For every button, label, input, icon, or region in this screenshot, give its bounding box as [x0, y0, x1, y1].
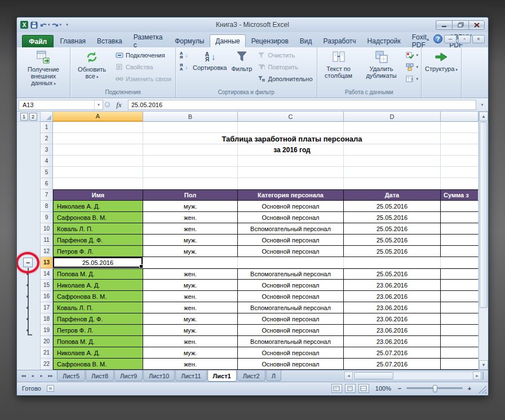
- name-box[interactable]: A13 ▾: [19, 100, 103, 110]
- sum-cell[interactable]: [441, 223, 479, 235]
- cell[interactable]: [143, 156, 238, 167]
- outline-level-button-1[interactable]: 1: [20, 113, 28, 121]
- next-sheet-icon[interactable]: ▸: [37, 372, 46, 380]
- column-header-C[interactable]: C: [238, 112, 344, 122]
- ribbon-tab-7[interactable]: Разработч: [318, 34, 362, 47]
- ribbon-tab-1[interactable]: Вставка: [91, 34, 128, 47]
- horizontal-scroll-thumb[interactable]: [354, 372, 393, 379]
- name-cell[interactable]: Сафронова В. М.: [53, 291, 143, 302]
- row-header-18[interactable]: 18: [41, 313, 53, 325]
- column-header-D[interactable]: D: [344, 112, 441, 122]
- category-cell[interactable]: Основной персонал: [238, 291, 344, 302]
- cell[interactable]: [441, 122, 479, 133]
- date-cell[interactable]: 25.07.2016: [344, 347, 441, 359]
- gender-cell[interactable]: жен.: [143, 302, 238, 313]
- sheet-tab-6[interactable]: Лист2: [237, 370, 265, 381]
- cell[interactable]: [344, 122, 441, 133]
- properties-button[interactable]: Свойства: [113, 61, 174, 73]
- cell[interactable]: [441, 133, 479, 144]
- gender-cell[interactable]: жен.: [143, 212, 238, 223]
- column-header-A[interactable]: A: [53, 112, 143, 122]
- gender-cell[interactable]: жен.: [143, 291, 238, 302]
- cell[interactable]: [344, 167, 441, 178]
- consolidate-button[interactable]: ▾: [405, 61, 420, 73]
- category-cell[interactable]: Основной персонал: [238, 246, 344, 257]
- name-cell[interactable]: Парфенов Д. Ф.: [53, 235, 143, 246]
- row-header-3[interactable]: 3: [41, 144, 53, 156]
- scroll-left-icon[interactable]: ◂: [344, 372, 353, 380]
- workbook-restore-button[interactable]: ▫: [458, 35, 471, 43]
- sum-cell[interactable]: [441, 347, 479, 359]
- zoom-slider[interactable]: [406, 387, 463, 389]
- sum-cell[interactable]: [441, 235, 479, 246]
- name-box-dropdown-icon[interactable]: ▾: [94, 100, 103, 109]
- date-cell[interactable]: 23.06.2016: [344, 302, 441, 313]
- sort-ascending-button[interactable]: АЯ↓: [178, 49, 190, 61]
- row-header-2[interactable]: 2: [41, 133, 53, 144]
- sheet-tab-5[interactable]: Лист1: [207, 370, 237, 382]
- view-normal-button[interactable]: [331, 384, 342, 393]
- scroll-right-icon[interactable]: ▸: [473, 372, 481, 380]
- minimize-ribbon-icon[interactable]: ▴: [424, 37, 432, 42]
- cell[interactable]: [344, 133, 441, 144]
- workbook-close-button[interactable]: ×: [472, 35, 485, 43]
- row-header-15[interactable]: 15: [41, 280, 53, 291]
- minimize-button[interactable]: [436, 20, 452, 30]
- category-cell[interactable]: Основной персонал: [238, 201, 344, 212]
- view-page-break-button[interactable]: [358, 384, 369, 393]
- cell[interactable]: [143, 167, 238, 178]
- cell[interactable]: [344, 178, 441, 189]
- vertical-scroll-track[interactable]: [479, 308, 488, 360]
- sum-cell[interactable]: [441, 212, 479, 223]
- cell[interactable]: [143, 122, 238, 133]
- last-sheet-icon[interactable]: ▸▸: [46, 372, 55, 380]
- date-cell[interactable]: 25.07.2016: [344, 359, 441, 370]
- row-header-22[interactable]: 22: [41, 359, 53, 370]
- formula-input[interactable]: 25.05.2016: [128, 100, 476, 110]
- cell[interactable]: [238, 122, 344, 133]
- cell[interactable]: [238, 178, 344, 189]
- resize-grip[interactable]: [479, 383, 486, 394]
- date-cell[interactable]: 23.06.2016: [344, 325, 441, 336]
- row-header-13[interactable]: 13: [41, 257, 53, 268]
- cell[interactable]: [143, 133, 238, 144]
- connections-button[interactable]: Подключения: [113, 49, 174, 61]
- close-button[interactable]: [468, 20, 485, 30]
- insert-function-button[interactable]: fx: [112, 100, 126, 109]
- date-cell[interactable]: 25.05.2016: [344, 235, 441, 246]
- ribbon-tab-2[interactable]: Разметка с: [128, 34, 169, 47]
- date-cell[interactable]: 25.05.2016: [344, 223, 441, 235]
- row-header-20[interactable]: 20: [41, 336, 53, 347]
- column-header-partial[interactable]: [441, 112, 479, 122]
- category-cell[interactable]: Основной персонал: [238, 347, 344, 359]
- horizontal-scroll-track[interactable]: [353, 372, 473, 380]
- ribbon-tab-4[interactable]: Данные: [210, 34, 245, 47]
- date-cell[interactable]: 25.05.2016: [344, 268, 441, 280]
- gender-cell[interactable]: муж.: [143, 201, 238, 212]
- sum-cell[interactable]: [441, 291, 479, 302]
- cell[interactable]: [238, 144, 344, 156]
- sum-cell[interactable]: [441, 280, 479, 291]
- gender-cell[interactable]: жен.: [143, 268, 238, 280]
- row-header-19[interactable]: 19: [41, 325, 53, 336]
- category-cell[interactable]: Вспомогательный персонал: [238, 223, 344, 235]
- date-cell[interactable]: 23.06.2016: [344, 280, 441, 291]
- category-cell[interactable]: Вспомогательный персонал: [238, 302, 344, 313]
- row-header-7[interactable]: 7: [41, 189, 53, 201]
- sheet-tab-2[interactable]: Лист9: [114, 370, 143, 381]
- row-header-16[interactable]: 16: [41, 291, 53, 302]
- name-cell[interactable]: Николаев А. Д.: [53, 347, 143, 359]
- first-sheet-icon[interactable]: ◂◂: [19, 372, 28, 380]
- sort-button[interactable]: АЯ↓ Сортировка: [191, 48, 228, 71]
- row-header-5[interactable]: 5: [41, 167, 53, 178]
- cell[interactable]: [53, 122, 143, 133]
- cell[interactable]: [53, 133, 143, 144]
- category-cell[interactable]: Основной персонал: [238, 325, 344, 336]
- cell[interactable]: [143, 178, 238, 189]
- cell[interactable]: [53, 178, 143, 189]
- cell[interactable]: [143, 144, 238, 156]
- date-cell[interactable]: 23.06.2016: [344, 313, 441, 325]
- table-header-cell[interactable]: Имя: [53, 189, 143, 201]
- workbook-minimize-button[interactable]: ─: [444, 35, 457, 43]
- clear-filter-button[interactable]: Очистить: [255, 49, 314, 61]
